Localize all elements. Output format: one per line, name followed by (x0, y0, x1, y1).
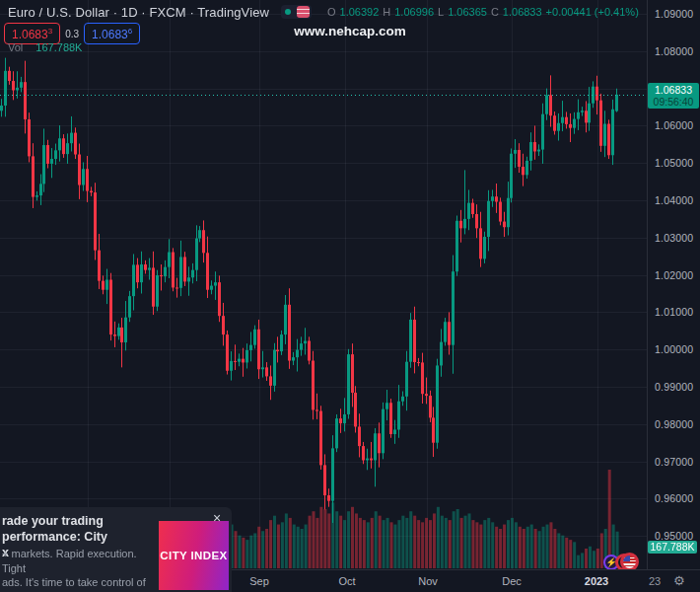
time-axis-label: Dec (502, 575, 522, 587)
close-label: C (491, 6, 499, 18)
volume-legend: Vol 167.788K (8, 41, 82, 53)
price-axis-label: 1.02000 (655, 269, 693, 281)
clock-text[interactable]: 23 (649, 575, 661, 587)
time-axis-label: Nov (418, 575, 438, 587)
symbol-title[interactable]: Euro / U.S. Dollar · 1D · FXCM · Trading… (8, 5, 269, 20)
time-axis-label: Oct (338, 575, 355, 587)
open-value: 1.06392 (340, 6, 380, 18)
volume-label: Vol (8, 41, 23, 53)
low-label: L (438, 6, 444, 18)
spread-value: 0.3 (65, 29, 79, 39)
ohlc-values: O1.06392 H1.06996 L1.06365 C1.06833 +0.0… (327, 6, 639, 18)
time-axis-label: Sep (249, 575, 269, 587)
current-price-value: 1.06833 (648, 84, 699, 96)
price-axis-label: 1.01000 (655, 306, 693, 318)
volume-legend-value: 167.788K (35, 41, 82, 53)
ad-close-icon[interactable]: × (210, 511, 224, 525)
change-value: +0.00441 (+0.41%) (546, 6, 639, 18)
ad-logo[interactable]: CITY INDEX (159, 521, 229, 590)
price-axis-label: 1.06000 (655, 119, 693, 131)
price-axis-label: 0.99000 (655, 381, 693, 393)
gear-icon[interactable]: ⚙ (673, 573, 685, 588)
ad-panel: rade your trading performance: Cityx + m… (0, 507, 232, 592)
price-axis-label: 0.96000 (655, 492, 693, 504)
price-axis-label: 0.98000 (655, 418, 693, 430)
low-value: 1.06365 (448, 6, 487, 18)
tradingview-chart-window: Euro / U.S. Dollar · 1D · FXCM · Trading… (0, 0, 700, 592)
price-axis-label: 1.00000 (655, 343, 693, 355)
legend-visibility-toggle[interactable] (281, 5, 312, 19)
current-price-badge: 1.06833 09:56:40 (648, 83, 699, 109)
bar-countdown-timer: 09:56:40 (648, 96, 699, 108)
open-label: O (327, 6, 336, 18)
volume-axis-badge: 167.788K (648, 541, 697, 554)
flag-canton (623, 555, 630, 561)
price-axis-label: 1.04000 (655, 194, 693, 206)
price-axis-label: 1.03000 (655, 232, 693, 244)
status-dot-icon (285, 9, 291, 15)
high-label: H (383, 6, 390, 18)
chart-legend: Euro / U.S. Dollar · 1D · FXCM · Trading… (8, 4, 639, 20)
ad-body: + markets. Rapid execution. Tight ads. I… (2, 547, 158, 592)
high-value: 1.06996 (394, 6, 434, 18)
legend-menu-icon (297, 6, 310, 18)
price-axis-label: 1.08000 (655, 45, 693, 57)
price-axis-label: 1.09000 (655, 8, 693, 20)
price-chart-canvas[interactable] (0, 0, 700, 592)
time-axis-label: 2023 (585, 575, 608, 587)
price-axis-label: 1.05000 (655, 157, 693, 169)
close-value: 1.06833 (503, 6, 542, 18)
price-axis-label: 0.97000 (655, 456, 693, 468)
ask-price-button[interactable]: 1.06836 (84, 23, 140, 44)
